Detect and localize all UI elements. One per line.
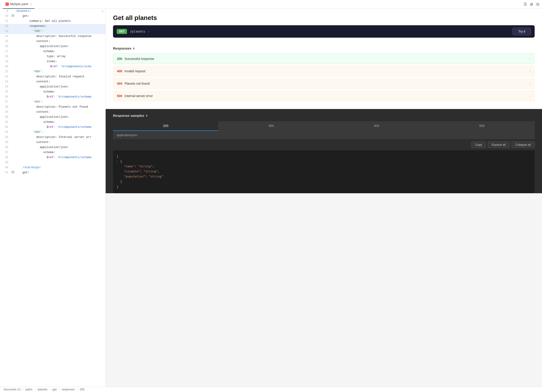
menu-icon[interactable]: ☰ (524, 2, 527, 6)
breadcrumb-get: get: (53, 388, 57, 391)
response-item-200[interactable]: 200 Successful response › (113, 54, 535, 64)
sample-tab-200[interactable]: 200 (113, 121, 218, 131)
expand-all-button[interactable]: Expand all (488, 141, 509, 148)
line-10-icon (11, 14, 15, 17)
svg-point-1 (12, 171, 14, 173)
response-500-arrow: › (530, 94, 531, 98)
planets-link[interactable]: /planets (16, 9, 29, 13)
line-9-spacer (11, 9, 15, 12)
action-buttons: Copy Expand all Collapse all (113, 139, 535, 150)
response-item-404[interactable]: 404 Planets not found › (113, 78, 535, 89)
right-panel: Get all planets GET /planets › Try it Re… (106, 9, 542, 387)
editor-line-33: 33 '500': (0, 130, 105, 135)
try-it-button[interactable]: Try it (512, 27, 531, 35)
status-500: 500 (117, 94, 122, 98)
ref-link-26[interactable]: '#/components/schema (57, 95, 91, 98)
samples-section: Response samples ∨ 200 400 404 500 appli… (106, 109, 542, 193)
responses-header[interactable]: Responses ∨ (113, 42, 535, 54)
starships-link[interactable]: /starships (22, 166, 40, 169)
content-type-bar: application/json (113, 131, 535, 139)
sample-tabs: 200 400 404 500 (113, 121, 535, 131)
editor-line-34: 34 description: Internal server err (0, 135, 105, 140)
tab-close-icon[interactable]: × (30, 3, 32, 5)
editor-line-19: 19 items: (0, 59, 105, 64)
editor-line-12: 12 responses: (0, 24, 105, 29)
ref-link-32[interactable]: '#/components/schema (57, 126, 91, 129)
samples-header[interactable]: Response samples ∨ (113, 114, 535, 118)
response-text-500: Internal server error (125, 94, 153, 98)
collapse-all-button[interactable]: Collapse all (511, 141, 535, 148)
main-layout: 9 /planets: ✓ 10 get: 11 summary: Get al… (0, 9, 542, 387)
breadcrumb-200: 200: (80, 388, 85, 391)
endpoint-path: /planets › (130, 30, 150, 33)
sample-tab-500[interactable]: 500 (429, 121, 535, 131)
editor-line-35: 35 content: (0, 140, 105, 145)
response-text-200: Successful response (125, 57, 154, 61)
code-line-5: "population": "string" (117, 174, 531, 179)
code-sample: [ - { "name": "string", "climate": "stri… (113, 150, 535, 193)
check-icon: ✓ (102, 9, 103, 14)
response-text-400: Invalid request (125, 69, 145, 73)
file-tab[interactable]: Y MySpec.yaml × (3, 0, 34, 9)
top-bar-icons: ☰ ⊞ ⊟ (524, 2, 539, 6)
code-line-7: ] (117, 184, 531, 190)
breadcrumb-doc: Document 1/1 (4, 388, 21, 391)
status-400: 400 (117, 69, 122, 73)
editor-line-22: 22 description: Invalid request (0, 74, 105, 79)
line-41-icon (11, 170, 15, 174)
page-title-section: Get all planets GET /planets › Try it (106, 9, 542, 42)
layout-icon[interactable]: ⊞ (530, 2, 533, 6)
page-title: Get all planets (113, 14, 535, 21)
editor-line-36: 36 application/json: (0, 145, 105, 150)
editor-line-14: 14 description: Successful response (0, 34, 105, 39)
top-bar: Y MySpec.yaml × ☰ ⊞ ⊟ (0, 0, 542, 9)
editor-line-13: 13 '200': (0, 29, 105, 34)
responses-chevron: ∨ (133, 47, 135, 50)
status-bar: Document 1/1 › paths: › /planets: › get:… (0, 387, 542, 392)
editor-line-25: 25 schema: (0, 90, 105, 95)
editor-panel: 9 /planets: ✓ 10 get: 11 summary: Get al… (0, 9, 106, 387)
editor-line-11: 11 summary: Get all planets (0, 19, 105, 24)
endpoint-bar: GET /planets › Try it (113, 25, 535, 38)
editor-line-23: 23 content: (0, 79, 105, 85)
svg-point-0 (12, 15, 14, 17)
breadcrumb-planets: /planets: (38, 388, 48, 391)
response-text-404: Planets not found (125, 82, 150, 85)
status-404: 404 (117, 82, 122, 85)
editor-line-32: 32 $ref: '#/components/schema (0, 125, 105, 130)
response-404-arrow: › (530, 82, 531, 85)
editor-line-20: 20 $ref: '#/components/sche (0, 64, 105, 69)
sample-tab-400[interactable]: 400 (218, 121, 324, 131)
editor-line-21: 21 '400': (0, 69, 105, 74)
editor-line-39: 39 (0, 160, 105, 165)
code-line-6: } (117, 179, 531, 184)
file-favicon: Y (5, 3, 9, 6)
responses-section: Responses ∨ 200 Successful response › 40… (106, 42, 542, 108)
editor-line-10: 10 get: (0, 14, 105, 19)
editor-line-18: 18 type: array (0, 54, 105, 59)
status-200: 200 (117, 57, 122, 61)
editor-line-24: 24 application/json: (0, 85, 105, 90)
ref-link-38[interactable]: '#/components/schema (57, 156, 91, 159)
editor-line-31: 31 schema: (0, 120, 105, 125)
editor-line-29: 29 content: (0, 110, 105, 115)
editor-line-28: 28 description: Planets not found (0, 105, 105, 110)
editor-line-15: 15 content: (0, 39, 105, 44)
editor-line-17: 17 schema: (0, 49, 105, 54)
copy-button[interactable]: Copy (471, 141, 486, 148)
editor-line-38: 38 $ref: '#/components/schema (0, 155, 105, 160)
content-type-label: application/json (117, 133, 137, 137)
editor-line-16: 16 application/json: (0, 44, 105, 49)
code-line-1: [ (117, 154, 531, 159)
split-icon[interactable]: ⊟ (536, 2, 539, 6)
response-item-500[interactable]: 500 Internal server error › (113, 91, 535, 101)
sample-tab-404[interactable]: 404 (324, 121, 429, 131)
editor-line-26: 26 $ref: '#/components/schema (0, 95, 105, 100)
endpoint-left: GET /planets › (117, 29, 150, 34)
code-line-4: "climate": "string", (117, 169, 531, 174)
response-item-400[interactable]: 400 Invalid request › (113, 66, 535, 76)
method-badge: GET (117, 29, 127, 34)
editor-line-27: 27 '404': (0, 100, 105, 105)
ref-link-20[interactable]: '#/components/sche (60, 65, 91, 68)
response-400-arrow: › (530, 70, 531, 73)
